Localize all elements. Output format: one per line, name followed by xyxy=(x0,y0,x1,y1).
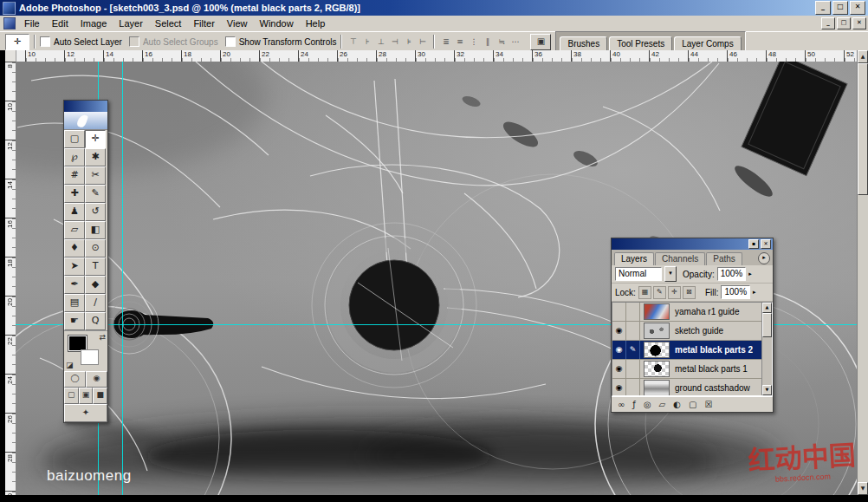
scrollbar-thumb[interactable] xyxy=(858,63,868,195)
layer-row[interactable]: ◉ ✎ metal black parts 2 xyxy=(612,341,761,360)
visibility-toggle[interactable]: ◉ xyxy=(612,360,626,378)
file-browser-button[interactable]: ▣ xyxy=(530,34,551,50)
distribute-top-edges-icon[interactable]: ≣ xyxy=(439,36,452,49)
align-vertical-centers-icon[interactable]: ⊦ xyxy=(360,36,373,49)
align-left-edges-icon[interactable]: ⊣ xyxy=(388,36,401,49)
align-bottom-edges-icon[interactable]: ⊥ xyxy=(374,36,387,49)
crop-tool[interactable]: # xyxy=(64,166,85,185)
layer-link-cell[interactable]: ✎ xyxy=(626,341,640,359)
align-right-edges-icon[interactable]: ⊢ xyxy=(416,36,429,49)
layer-list-scrollbar[interactable]: ▲ ▼ xyxy=(761,303,772,395)
scroll-down-button[interactable]: ▼ xyxy=(858,482,868,495)
layer-row[interactable]: yamaha r1 guide xyxy=(612,303,761,322)
horizontal-ruler[interactable]: 1012141618202224262830323436384042444648… xyxy=(0,50,858,62)
lock-all-icon[interactable]: ⊠ xyxy=(683,286,696,299)
layer-style-icon[interactable]: ƒ xyxy=(632,398,636,412)
standard-screen-mode-button[interactable]: ▢ xyxy=(64,388,79,404)
lasso-tool[interactable]: ℘ xyxy=(64,148,85,166)
healing-brush-tool[interactable]: ✚ xyxy=(64,185,85,203)
menu-item[interactable]: File xyxy=(18,16,46,30)
close-button[interactable]: ✕ xyxy=(850,1,865,15)
layer-link-cell[interactable] xyxy=(626,322,640,340)
layers-palette-titlebar[interactable]: ▪ ✕ xyxy=(612,238,773,250)
option-checkbox[interactable]: Auto Select Groups xyxy=(129,36,218,47)
lock-position-icon[interactable]: ✛ xyxy=(668,286,681,299)
vertical-guide[interactable] xyxy=(122,62,123,495)
palette-close-button[interactable]: ✕ xyxy=(761,239,771,249)
menu-item[interactable]: Select xyxy=(149,16,188,30)
layer-link-cell[interactable] xyxy=(626,360,640,378)
checkbox[interactable] xyxy=(40,36,50,47)
visibility-toggle[interactable]: ◉ xyxy=(612,341,626,359)
pen-tool[interactable]: ✒ xyxy=(64,276,85,294)
eraser-tool[interactable]: ▱ xyxy=(64,221,85,239)
layer-scrollbar-thumb[interactable] xyxy=(762,313,772,337)
fill-slider-arrow[interactable]: ▸ xyxy=(753,289,756,296)
menu-item[interactable]: Edit xyxy=(46,16,74,30)
link-layers-icon[interactable]: ∞ xyxy=(618,398,625,412)
layer-link-cell[interactable] xyxy=(626,303,640,321)
vertical-scrollbar[interactable]: ▲ ▼ xyxy=(857,50,868,495)
palette-well-tab[interactable]: Tool Presets xyxy=(609,36,672,51)
hand-tool[interactable]: ☛ xyxy=(64,312,85,330)
delete-layer-icon[interactable]: ☒ xyxy=(705,398,713,412)
blur-tool[interactable]: ♦ xyxy=(64,239,85,258)
adobe-online-button[interactable] xyxy=(64,112,107,130)
type-tool[interactable]: T xyxy=(85,258,106,276)
distribute-horizontal-centers-icon[interactable]: ≒ xyxy=(495,36,508,49)
layer-thumbnail[interactable] xyxy=(644,380,670,395)
layer-thumbnail[interactable] xyxy=(644,361,670,377)
palette-well-tab[interactable]: Layer Comps xyxy=(674,36,741,51)
layer-scroll-up-button[interactable]: ▲ xyxy=(762,303,772,313)
toolbox-titlebar[interactable] xyxy=(64,101,107,112)
lock-transparency-icon[interactable]: ▦ xyxy=(638,286,651,299)
palette-collapse-button[interactable]: ▪ xyxy=(748,239,759,249)
menu-item[interactable]: Help xyxy=(300,16,332,30)
swap-colors-icon[interactable]: ⇄ xyxy=(99,333,106,342)
custom-shape-tool[interactable]: ◆ xyxy=(85,276,106,294)
history-brush-tool[interactable]: ↺ xyxy=(85,203,106,221)
background-color-swatch[interactable] xyxy=(81,349,99,365)
scroll-up-button[interactable]: ▲ xyxy=(858,50,868,63)
palette-tab[interactable]: Layers xyxy=(614,252,654,265)
default-colors-icon[interactable]: ◪ xyxy=(66,361,74,369)
blend-mode-select[interactable]: Normal xyxy=(615,267,662,281)
opacity-slider-arrow[interactable]: ▸ xyxy=(748,271,752,277)
distribute-left-edges-icon[interactable]: ∥ xyxy=(481,36,494,49)
zoom-tool[interactable]: Q xyxy=(85,312,106,330)
palette-tab[interactable]: Channels xyxy=(655,252,705,265)
quick-mask-mode-button[interactable]: ◉ xyxy=(86,371,107,388)
doc-minimize-button[interactable]: _ xyxy=(821,17,835,29)
slice-tool[interactable]: ✂ xyxy=(85,166,106,185)
layer-thumbnail[interactable] xyxy=(644,323,670,339)
new-layer-set-icon[interactable]: ▱ xyxy=(659,398,666,412)
palette-tab[interactable]: Paths xyxy=(706,252,742,265)
scrollbar-track[interactable] xyxy=(858,195,868,482)
menu-item[interactable]: Image xyxy=(74,16,113,30)
adjustment-layer-icon[interactable]: ◐ xyxy=(673,398,681,412)
doc-restore-button[interactable]: □ xyxy=(837,17,851,29)
blend-mode-dropdown-arrow[interactable]: ▾ xyxy=(664,266,677,282)
path-selection-tool[interactable]: ➤ xyxy=(64,258,85,276)
align-horizontal-centers-icon[interactable]: ⊧ xyxy=(402,36,415,49)
fullscreen-mode-button[interactable]: ■ xyxy=(93,388,107,404)
checkbox[interactable] xyxy=(129,36,139,47)
rectangular-marquee-tool[interactable]: ▢ xyxy=(64,130,85,148)
palette-well-tab[interactable]: Brushes xyxy=(560,36,607,51)
option-checkbox[interactable]: Show Transform Controls xyxy=(225,36,337,47)
jump-to-imageready-button[interactable]: ✦ xyxy=(64,404,107,422)
layer-scroll-down-button[interactable]: ▼ xyxy=(762,385,772,395)
dodge-tool[interactable]: ⊙ xyxy=(85,239,106,258)
brush-tool[interactable]: ✎ xyxy=(85,185,106,203)
visibility-toggle[interactable]: ◉ xyxy=(612,322,626,340)
magic-wand-tool[interactable]: ✱ xyxy=(85,148,106,166)
notes-tool[interactable]: ▤ xyxy=(64,294,85,312)
lock-pixels-icon[interactable]: ✎ xyxy=(653,286,666,299)
option-checkbox[interactable]: Auto Select Layer xyxy=(40,36,122,47)
clone-stamp-tool[interactable]: ♟ xyxy=(64,203,85,221)
distribute-vertical-centers-icon[interactable]: ≡ xyxy=(453,36,466,49)
layer-row[interactable]: ◉ ground castshadow xyxy=(612,379,761,395)
palette-menu-button[interactable]: ▸ xyxy=(758,252,770,264)
menu-item[interactable]: Window xyxy=(254,16,300,30)
distribute-right-edges-icon[interactable]: ⋯ xyxy=(508,36,521,49)
